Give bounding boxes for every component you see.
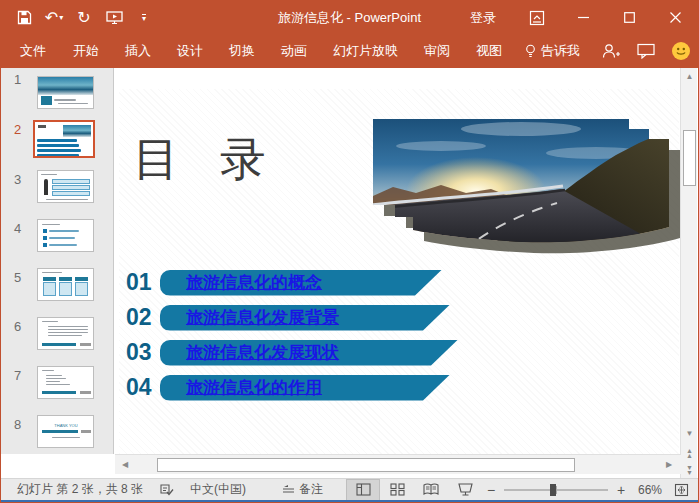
slide-2-thumbnail-selected[interactable] bbox=[33, 120, 95, 158]
undo-dropdown-icon[interactable]: ▾ bbox=[59, 13, 63, 22]
tell-me-label: 告诉我 bbox=[541, 42, 580, 60]
sign-in-button[interactable]: 登录 bbox=[452, 9, 514, 27]
feedback-smiley-icon[interactable] bbox=[672, 42, 690, 60]
toc-row: 02 旅游信息化发展背景 bbox=[126, 304, 458, 331]
reading-view-icon[interactable] bbox=[414, 479, 448, 501]
slide-title[interactable]: 目 录 bbox=[133, 129, 280, 191]
toc-number: 04 bbox=[126, 374, 160, 401]
ribbon-tab-row: 文件 开始 插入 设计 切换 动画 幻灯片放映 审阅 视图 告诉我 bbox=[1, 34, 698, 68]
redo-icon[interactable]: ↻ bbox=[71, 5, 97, 31]
previous-slide-icon[interactable]: ▲▲ bbox=[682, 445, 697, 460]
slide-1-thumbnail[interactable] bbox=[37, 76, 94, 109]
minimize-button[interactable] bbox=[560, 1, 606, 34]
toc-row: 03 旅游信息化发展现状 bbox=[126, 339, 458, 366]
zoom-in-button[interactable]: + bbox=[612, 482, 630, 498]
slide-8-thumbnail[interactable]: THANK YOU bbox=[37, 415, 94, 448]
slide-number: 5 bbox=[14, 270, 21, 285]
title-bar: ↶▾ ↻ ▾ 旅游信息化 - PowerPoint 登录 bbox=[1, 1, 698, 34]
zoom-slider[interactable] bbox=[504, 489, 608, 491]
slide-thumbnail-panel: 1 2 3 bbox=[1, 68, 114, 454]
thumbnail-row: 6 bbox=[1, 315, 113, 364]
toc-row: 01 旅游信息化的概念 bbox=[126, 269, 458, 296]
thumbnail-row: 5 bbox=[1, 266, 113, 315]
tab-transitions[interactable]: 切换 bbox=[216, 34, 268, 68]
zoom-slider-thumb[interactable] bbox=[550, 484, 556, 496]
slide-number: 7 bbox=[14, 368, 21, 383]
tab-insert[interactable]: 插入 bbox=[112, 34, 164, 68]
notes-toggle[interactable]: 备注 bbox=[274, 479, 331, 501]
maximize-button[interactable] bbox=[606, 1, 652, 34]
toc-number: 01 bbox=[126, 269, 160, 296]
toc-row: 04 旅游信息化的作用 bbox=[126, 374, 458, 401]
tab-review[interactable]: 审阅 bbox=[411, 34, 463, 68]
undo-icon[interactable]: ↶▾ bbox=[41, 5, 67, 31]
quick-access-toolbar: ↶▾ ↻ ▾ bbox=[1, 5, 157, 31]
slide-number: 2 bbox=[14, 122, 21, 137]
status-bar: 幻灯片 第 2 张，共 8 张 中文(中国) 备注 − bbox=[1, 478, 698, 500]
vertical-scrollbar[interactable]: ▲ ▼ ▲▲ ▼▼ bbox=[680, 68, 697, 480]
vertical-scroll-thumb[interactable] bbox=[683, 130, 696, 186]
thumbnail-row: 1 bbox=[1, 68, 113, 118]
zoom-out-button[interactable]: − bbox=[482, 482, 500, 498]
tab-home[interactable]: 开始 bbox=[60, 34, 112, 68]
normal-view-icon[interactable] bbox=[346, 479, 380, 501]
thumbnail-row: 8 THANK YOU bbox=[1, 413, 113, 454]
slide-7-thumbnail[interactable] bbox=[37, 366, 94, 399]
lightbulb-icon bbox=[525, 44, 536, 59]
toc-link-status[interactable]: 旅游信息化发展现状 bbox=[186, 341, 339, 364]
toc-banner-shape[interactable]: 旅游信息化的概念 bbox=[160, 270, 442, 296]
powerpoint-window: ↶▾ ↻ ▾ 旅游信息化 - PowerPoint 登录 bbox=[0, 0, 699, 503]
slide-3-thumbnail[interactable] bbox=[37, 170, 94, 203]
spellcheck-icon[interactable] bbox=[157, 479, 176, 501]
thumbnail-row: 2 bbox=[1, 118, 113, 168]
slide-number: 1 bbox=[14, 72, 21, 87]
slide-4-thumbnail[interactable] bbox=[37, 219, 94, 252]
table-of-contents: 01 旅游信息化的概念 02 旅游信息化发展背景 03 旅游信息化发展现状 bbox=[126, 269, 458, 409]
thumbnail-row: 7 bbox=[1, 364, 113, 413]
toc-banner-shape[interactable]: 旅游信息化的作用 bbox=[160, 375, 450, 401]
scroll-up-icon[interactable]: ▲ bbox=[682, 69, 697, 84]
slide-counter[interactable]: 幻灯片 第 2 张，共 8 张 bbox=[9, 479, 151, 501]
toc-link-role[interactable]: 旅游信息化的作用 bbox=[186, 376, 322, 399]
slideshow-view-icon[interactable] bbox=[448, 479, 482, 501]
scroll-right-icon[interactable]: ▶ bbox=[661, 457, 677, 473]
thumbnail-row: 4 bbox=[1, 217, 113, 266]
slide-sorter-view-icon[interactable] bbox=[380, 479, 414, 501]
toc-banner-shape[interactable]: 旅游信息化发展背景 bbox=[160, 305, 450, 331]
slide-editing-area[interactable]: 目 录 bbox=[115, 68, 679, 454]
horizontal-scroll-thumb[interactable] bbox=[157, 458, 575, 472]
tab-design[interactable]: 设计 bbox=[164, 34, 216, 68]
thumbnail-row: 3 bbox=[1, 168, 113, 217]
ribbon-display-options-icon[interactable] bbox=[514, 1, 560, 34]
start-slideshow-icon[interactable] bbox=[101, 5, 127, 31]
tab-animations[interactable]: 动画 bbox=[268, 34, 320, 68]
toc-link-background[interactable]: 旅游信息化发展背景 bbox=[186, 306, 339, 329]
fit-slide-to-window-icon[interactable] bbox=[668, 483, 694, 497]
horizontal-scrollbar[interactable]: ◀ ▶ bbox=[115, 454, 681, 474]
toc-number: 03 bbox=[126, 339, 160, 366]
language-indicator[interactable]: 中文(中国) bbox=[182, 479, 254, 501]
next-slide-icon[interactable]: ▼▼ bbox=[682, 462, 697, 477]
toc-link-concept[interactable]: 旅游信息化的概念 bbox=[186, 271, 322, 294]
slide-number: 3 bbox=[14, 172, 21, 187]
comments-icon[interactable] bbox=[637, 43, 656, 59]
toc-banner-shape[interactable]: 旅游信息化发展现状 bbox=[160, 340, 458, 366]
slide-number: 4 bbox=[14, 221, 21, 236]
slide-6-thumbnail[interactable] bbox=[37, 317, 94, 350]
share-person-icon[interactable] bbox=[601, 43, 621, 59]
customize-qat-icon[interactable]: ▾ bbox=[131, 5, 157, 31]
save-icon[interactable] bbox=[11, 5, 37, 31]
tab-slideshow[interactable]: 幻灯片放映 bbox=[320, 34, 411, 68]
tab-view[interactable]: 视图 bbox=[463, 34, 515, 68]
slide-canvas[interactable]: 目 录 bbox=[119, 89, 679, 454]
scroll-left-icon[interactable]: ◀ bbox=[117, 457, 133, 473]
close-button[interactable] bbox=[652, 1, 698, 34]
sunset-road-photo[interactable] bbox=[371, 111, 683, 259]
scroll-down-icon[interactable]: ▼ bbox=[682, 426, 697, 441]
tab-file[interactable]: 文件 bbox=[6, 34, 60, 68]
slide-number: 8 bbox=[14, 417, 21, 432]
slide-5-thumbnail[interactable] bbox=[37, 268, 94, 301]
tell-me-box[interactable]: 告诉我 bbox=[515, 34, 590, 68]
zoom-percentage[interactable]: 66% bbox=[630, 483, 668, 497]
window-bottom-border bbox=[1, 500, 698, 502]
